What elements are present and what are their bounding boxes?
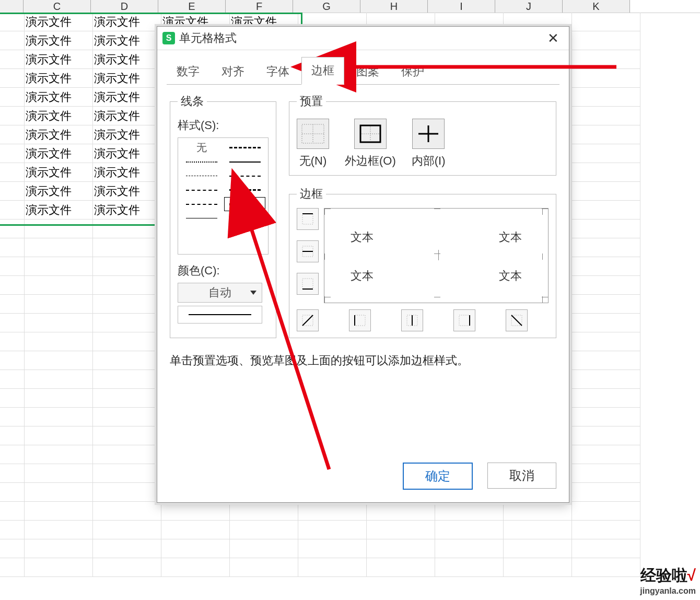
cell[interactable] — [25, 257, 93, 276]
cell[interactable] — [93, 408, 161, 426]
cell[interactable] — [25, 276, 93, 295]
cell[interactable] — [230, 502, 298, 521]
border-bottom-button[interactable] — [297, 273, 319, 295]
style-thin[interactable] — [181, 212, 221, 225]
cell[interactable] — [572, 276, 640, 295]
cell[interactable] — [25, 351, 93, 370]
cell[interactable]: 演示文件 — [93, 69, 161, 88]
cell[interactable] — [25, 521, 93, 539]
style-double[interactable] — [225, 212, 265, 225]
cell[interactable] — [504, 539, 572, 558]
cell[interactable]: 演示文件 — [93, 201, 161, 220]
cell[interactable] — [25, 539, 93, 558]
cell[interactable] — [93, 351, 161, 370]
cell[interactable] — [93, 295, 161, 314]
col-header-C[interactable]: C — [24, 0, 91, 13]
cell[interactable] — [25, 502, 93, 521]
preset-inner[interactable]: 内部(I) — [412, 119, 446, 169]
cell[interactable] — [572, 539, 640, 558]
style-thick[interactable] — [225, 198, 265, 211]
cell[interactable]: 演示文件 — [25, 69, 93, 88]
border-diag-up-button[interactable] — [297, 309, 319, 331]
cell[interactable] — [298, 521, 367, 539]
cell[interactable] — [230, 558, 298, 577]
cell[interactable] — [25, 408, 93, 426]
style-solid-med[interactable] — [225, 155, 265, 168]
cell[interactable] — [504, 502, 572, 521]
style-dashdot-thick[interactable] — [225, 183, 265, 197]
cell[interactable] — [435, 558, 504, 577]
cell[interactable] — [25, 295, 93, 314]
cell[interactable] — [572, 31, 640, 50]
cell[interactable]: 演示文件 — [25, 13, 93, 31]
cell[interactable] — [572, 50, 640, 69]
cell[interactable] — [572, 88, 640, 107]
cell[interactable] — [572, 182, 640, 201]
cell[interactable] — [572, 295, 640, 314]
col-header-D[interactable]: D — [91, 0, 158, 13]
cell[interactable] — [93, 332, 161, 351]
cell[interactable] — [572, 13, 640, 31]
border-preview[interactable]: 文本 文本 文本 文本 — [324, 208, 549, 303]
border-right-button[interactable] — [453, 309, 475, 331]
border-hmid-button[interactable] — [297, 240, 319, 262]
cell[interactable] — [93, 426, 161, 445]
cell[interactable] — [572, 220, 640, 238]
cell[interactable] — [93, 220, 161, 238]
cell[interactable] — [572, 426, 640, 445]
style-dashdotdot[interactable] — [181, 183, 221, 197]
cell[interactable] — [93, 502, 161, 521]
cell[interactable] — [572, 163, 640, 182]
cell[interactable] — [93, 314, 161, 332]
cell[interactable] — [572, 351, 640, 370]
cell[interactable] — [161, 502, 230, 521]
cell[interactable]: 演示文件 — [93, 144, 161, 163]
cell[interactable] — [504, 521, 572, 539]
cell[interactable] — [161, 558, 230, 577]
cell[interactable]: 演示文件 — [93, 125, 161, 144]
cell[interactable] — [25, 220, 93, 238]
cell[interactable] — [572, 389, 640, 408]
cell[interactable]: 演示文件 — [25, 31, 93, 50]
cell[interactable]: 演示文件 — [93, 88, 161, 107]
style-dash[interactable] — [181, 198, 221, 211]
cell[interactable] — [161, 521, 230, 539]
cell[interactable] — [572, 107, 640, 125]
close-icon[interactable]: ✕ — [543, 30, 564, 47]
cell[interactable] — [572, 332, 640, 351]
cell[interactable]: 演示文件 — [25, 107, 93, 125]
preset-none[interactable]: 无(N) — [297, 119, 329, 169]
cell[interactable] — [572, 370, 640, 389]
cell[interactable] — [93, 539, 161, 558]
cell[interactable] — [161, 539, 230, 558]
tab-5[interactable]: 保护 — [391, 58, 434, 85]
col-header-E[interactable]: E — [158, 0, 226, 13]
cell[interactable]: 演示文件 — [25, 50, 93, 69]
cell[interactable] — [25, 445, 93, 464]
cell[interactable]: 演示文件 — [25, 163, 93, 182]
cell[interactable] — [572, 445, 640, 464]
preset-outer[interactable]: 外边框(O) — [345, 119, 396, 169]
cell[interactable] — [572, 502, 640, 521]
cell[interactable] — [298, 558, 367, 577]
border-left-button[interactable] — [349, 309, 371, 331]
line-style-box[interactable]: 无 — [178, 137, 269, 255]
cell[interactable]: 演示文件 — [93, 163, 161, 182]
cell[interactable] — [572, 257, 640, 276]
cell[interactable] — [93, 483, 161, 502]
cell[interactable] — [25, 464, 93, 483]
cell[interactable] — [435, 502, 504, 521]
col-header-I[interactable]: I — [428, 0, 495, 13]
cell[interactable]: 演示文件 — [93, 31, 161, 50]
cell[interactable] — [572, 201, 640, 220]
cell[interactable] — [572, 483, 640, 502]
cell[interactable] — [572, 69, 640, 88]
border-diag-down-button[interactable] — [506, 309, 528, 331]
cell[interactable] — [504, 558, 572, 577]
cell[interactable] — [367, 502, 435, 521]
cell[interactable]: 演示文件 — [93, 107, 161, 125]
cell[interactable] — [572, 144, 640, 163]
cell[interactable]: 演示文件 — [25, 88, 93, 107]
cell[interactable] — [93, 558, 161, 577]
cell[interactable]: 演示文件 — [25, 201, 93, 220]
